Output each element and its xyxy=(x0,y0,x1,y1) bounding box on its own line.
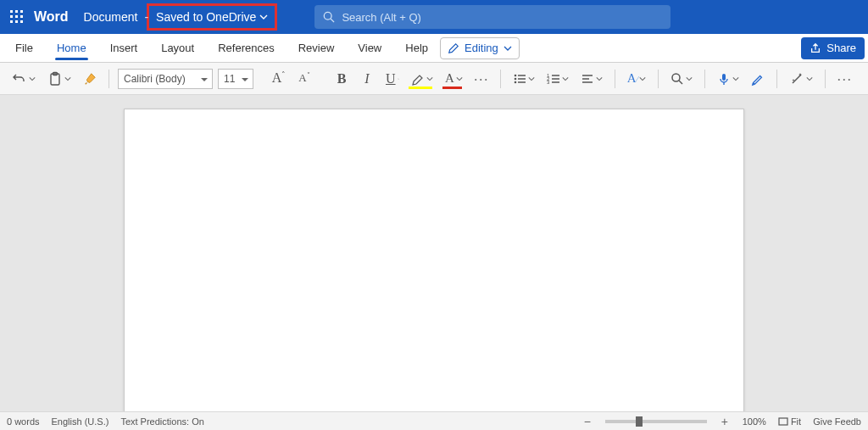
tab-home[interactable]: Home xyxy=(45,34,98,63)
svg-rect-8 xyxy=(20,20,23,23)
chevron-down-icon xyxy=(562,75,569,82)
language-status[interactable]: English (U.S.) xyxy=(52,416,109,427)
chevron-down-icon xyxy=(398,75,399,82)
tab-references[interactable]: References xyxy=(206,34,286,63)
magic-wand-icon xyxy=(789,71,804,87)
font-color-button[interactable]: A xyxy=(442,68,466,90)
bold-button[interactable]: B xyxy=(331,69,352,89)
ribbon-toolbar: Calibri (Body) 11 A˄ A˅ B I U A ··· 123 … xyxy=(0,63,868,95)
svg-point-28 xyxy=(672,74,680,81)
svg-line-29 xyxy=(679,81,682,84)
more-font-options[interactable]: ··· xyxy=(471,69,492,89)
bullets-icon xyxy=(513,72,526,86)
svg-rect-30 xyxy=(722,74,726,81)
fit-icon xyxy=(778,416,788,427)
svg-rect-31 xyxy=(779,418,787,425)
svg-rect-4 xyxy=(15,15,18,18)
designer-button[interactable] xyxy=(786,68,816,90)
svg-point-9 xyxy=(325,12,332,20)
search-icon xyxy=(323,11,335,23)
chevron-down-icon xyxy=(29,75,36,82)
styles-button[interactable]: A⁄ xyxy=(624,68,650,90)
clipboard-icon xyxy=(47,71,63,87)
paintbrush-icon xyxy=(83,71,97,87)
chevron-down-icon xyxy=(686,75,693,82)
tab-review[interactable]: Review xyxy=(287,34,347,63)
numbering-button[interactable]: 123 xyxy=(543,68,572,90)
italic-button[interactable]: I xyxy=(357,69,377,89)
dictate-button[interactable] xyxy=(714,68,743,90)
font-size-value: 11 xyxy=(224,73,235,85)
font-name-select[interactable]: Calibri (Body) xyxy=(118,69,213,89)
svg-rect-7 xyxy=(15,20,18,23)
document-page[interactable] xyxy=(124,109,744,411)
svg-point-15 xyxy=(515,81,517,83)
chevron-down-icon xyxy=(64,75,71,82)
shrink-font-button[interactable]: A˅ xyxy=(294,69,314,89)
bullets-button[interactable] xyxy=(509,68,538,90)
highlight-button[interactable] xyxy=(408,68,437,90)
tab-row: File Home Insert Layout References Revie… xyxy=(0,34,868,63)
search-placeholder: Search (Alt + Q) xyxy=(342,11,421,24)
tab-help[interactable]: Help xyxy=(393,34,440,63)
chevron-down-icon xyxy=(259,13,268,21)
grow-font-button[interactable]: A˄ xyxy=(269,69,289,89)
text-predictions-status[interactable]: Text Predictions: On xyxy=(120,416,203,427)
align-button[interactable] xyxy=(577,68,606,90)
svg-line-10 xyxy=(331,19,335,22)
undo-button[interactable] xyxy=(8,68,39,90)
svg-point-14 xyxy=(515,77,517,80)
separator xyxy=(825,70,826,88)
document-canvas[interactable] xyxy=(0,95,868,411)
tab-insert[interactable]: Insert xyxy=(98,34,150,63)
app-launcher-icon[interactable] xyxy=(0,0,34,34)
zoom-thumb[interactable] xyxy=(636,416,643,427)
format-painter-button[interactable] xyxy=(80,69,100,89)
editor-button[interactable] xyxy=(748,69,768,89)
chevron-down-icon xyxy=(426,75,433,82)
saved-status-dropdown[interactable]: Saved to OneDrive xyxy=(147,3,277,31)
share-label: Share xyxy=(826,42,856,54)
chevron-down-icon xyxy=(456,75,463,82)
share-button[interactable]: Share xyxy=(801,37,865,59)
numbering-icon: 123 xyxy=(547,72,560,86)
editor-pen-icon xyxy=(751,71,765,87)
tab-layout[interactable]: Layout xyxy=(149,34,206,63)
tab-view[interactable]: View xyxy=(346,34,393,63)
editing-mode-dropdown[interactable]: Editing xyxy=(440,37,520,59)
find-button[interactable] xyxy=(667,68,696,90)
underline-button[interactable]: U xyxy=(382,69,403,89)
word-count[interactable]: 0 words xyxy=(7,416,40,427)
svg-rect-2 xyxy=(20,10,23,13)
svg-rect-5 xyxy=(20,15,23,18)
zoom-level[interactable]: 100% xyxy=(743,416,766,427)
microphone-icon xyxy=(717,72,731,86)
pencil-icon xyxy=(448,42,459,54)
search-input[interactable]: Search (Alt + Q) xyxy=(314,5,670,29)
title-bar: Word Document - Saved to OneDrive Search… xyxy=(0,0,868,34)
separator xyxy=(704,70,705,88)
editing-label: Editing xyxy=(465,42,498,54)
chevron-down-icon xyxy=(806,75,813,82)
chevron-down-icon xyxy=(596,75,603,82)
svg-rect-3 xyxy=(10,15,13,18)
font-name-value: Calibri (Body) xyxy=(124,73,186,85)
saved-status-label: Saved to OneDrive xyxy=(156,10,256,24)
chevron-down-icon xyxy=(732,75,739,82)
zoom-out-button[interactable]: − xyxy=(581,415,593,428)
share-icon xyxy=(810,42,821,54)
paste-button[interactable] xyxy=(44,68,75,90)
zoom-slider[interactable] xyxy=(605,420,707,423)
give-feedback-button[interactable]: Give Feedb xyxy=(813,416,861,427)
fit-button[interactable]: Fit xyxy=(778,416,801,427)
separator xyxy=(658,70,659,88)
document-name[interactable]: Document xyxy=(84,10,138,24)
more-commands[interactable]: ··· xyxy=(834,69,854,89)
font-size-select[interactable]: 11 xyxy=(218,69,253,89)
status-bar: 0 words English (U.S.) Text Predictions:… xyxy=(0,411,868,430)
zoom-in-button[interactable]: + xyxy=(719,415,731,428)
separator xyxy=(108,70,109,88)
tab-file[interactable]: File xyxy=(0,34,45,63)
search-icon xyxy=(670,72,684,86)
svg-rect-0 xyxy=(10,10,13,13)
